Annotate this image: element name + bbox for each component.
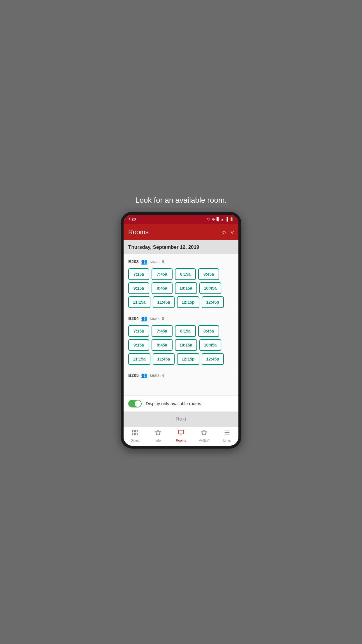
room-b203-slots: 7:15a 7:45a 8:15a 8:45a 9:15a 9:45a 10:1… [128,268,234,308]
room-b205-seats: seats: 4 [150,373,164,378]
slot-b203-745a[interactable]: 7:45a [152,268,173,280]
content-area: B203 👥 seats: 6 7:15a 7:45a 8:15a 8:45a … [124,254,238,396]
digest-icon [132,429,138,438]
svg-rect-5 [178,430,184,434]
shield-icon: 🛡 [207,217,210,221]
room-b205-name: B205 [128,373,139,378]
slot-b204-715a[interactable]: 7:15a [128,325,149,337]
top-bar: Rooms ⌕ ▿ [124,224,238,240]
svg-rect-1 [136,430,137,432]
phone-screen: 7:20 🛡 ⚙ ▊ ▲ ▐ 🔋 Rooms ⌕ ▿ Thur [124,215,238,446]
room-section-b204: B204 👥 seats: 6 7:15a 7:45a 8:15a 8:45a … [124,311,238,368]
slot-b204-1145a[interactable]: 11:45a [153,353,175,365]
slot-b204-1115a[interactable]: 11:15a [128,353,150,365]
slot-b204-1215p[interactable]: 12:15p [177,353,199,365]
search-button[interactable]: ⌕ [222,228,226,236]
slot-b204-845a[interactable]: 8:45a [198,325,219,337]
mystuff-icon [201,429,207,438]
date-header: Thursday, September 12, 2019 [124,240,238,254]
slot-b203-845a[interactable]: 8:45a [198,268,219,280]
toggle-bar: Display only available rooms [124,396,238,412]
svg-marker-4 [155,430,161,435]
nav-label-links: Links [223,439,231,442]
slot-b203-945a[interactable]: 9:45a [152,282,173,294]
battery2-icon: 🔋 [229,217,234,221]
room-b203-header: B203 👥 seats: 6 [128,258,234,265]
slot-b203-915a[interactable]: 9:15a [128,282,149,294]
outer-wrapper: Look for an available room. 7:20 🛡 ⚙ ▊ ▲… [121,196,241,449]
room-b205-header: B205 👥 seats: 4 [128,372,234,379]
svg-rect-2 [133,433,134,435]
slot-b203-815a[interactable]: 8:15a [175,268,196,280]
slot-b203-715a[interactable]: 7:15a [128,268,149,280]
battery-icon: ▊ [217,217,219,221]
slot-b204-1045a[interactable]: 10:45a [199,339,222,351]
links-icon [224,429,230,438]
slot-b204-1245p[interactable]: 12:45p [202,353,224,365]
bottom-nav: Digest Info [124,427,238,446]
nav-item-rooms[interactable]: Rooms [170,429,193,442]
nav-item-info[interactable]: Info [147,429,170,442]
svg-rect-3 [136,433,137,435]
tagline: Look for an available room. [132,196,230,205]
room-b203-name: B203 [128,259,139,264]
nav-label-mystuff: MyStuff [198,439,209,442]
rooms-icon [178,429,184,438]
phone-frame: 7:20 🛡 ⚙ ▊ ▲ ▐ 🔋 Rooms ⌕ ▿ Thur [121,212,241,449]
slot-b204-815a[interactable]: 8:15a [175,325,196,337]
slot-b203-1145a[interactable]: 11:45a [153,296,175,308]
room-b204-slots: 7:15a 7:45a 8:15a 8:45a 9:15a 9:45a 10:1… [128,325,234,365]
room-section-b205: B205 👥 seats: 4 7:15a 7:45a [124,368,238,396]
status-time: 7:20 [128,217,136,221]
signal-icon: ▐ [225,217,228,221]
seats-icon-b205: 👥 [141,372,147,379]
seats-icon-b204: 👥 [141,315,147,322]
slot-b204-1015a[interactable]: 10:15a [175,339,197,351]
status-icons: 🛡 ⚙ ▊ ▲ ▐ 🔋 [207,217,234,221]
seats-icon-b203: 👥 [141,258,147,265]
available-rooms-toggle[interactable] [128,400,142,407]
room-section-b203: B203 👥 seats: 6 7:15a 7:45a 8:15a 8:45a … [124,254,238,311]
svg-rect-0 [133,430,134,432]
svg-marker-8 [201,430,207,435]
slot-b204-745a[interactable]: 7:45a [152,325,173,337]
slot-b203-1215p[interactable]: 12:15p [177,296,199,308]
slot-b203-1115a[interactable]: 11:15a [128,296,150,308]
room-b204-seats: seats: 6 [150,316,164,321]
room-b204-header: B204 👥 seats: 6 [128,315,234,322]
next-button[interactable]: Next [124,412,238,427]
toggle-label: Display only available rooms [146,401,201,406]
page-title: Rooms [128,228,149,236]
room-b204-name: B204 [128,316,139,321]
status-bar: 7:20 🛡 ⚙ ▊ ▲ ▐ 🔋 [124,215,238,224]
gear-icon: ⚙ [212,217,215,221]
wifi-icon: ▲ [221,217,224,221]
nav-label-rooms: Rooms [176,439,186,442]
room-b203-seats: seats: 6 [150,259,164,264]
nav-item-links[interactable]: Links [215,429,238,442]
info-icon [155,429,161,438]
slot-b204-915a[interactable]: 9:15a [128,339,149,351]
filter-button[interactable]: ▿ [231,228,234,236]
room-b205-slots: 7:15a 7:45a [128,382,234,394]
top-bar-actions: ⌕ ▿ [222,228,234,236]
nav-label-info: Info [155,439,161,442]
slot-b203-1045a[interactable]: 10:45a [199,282,222,294]
nav-item-mystuff[interactable]: MyStuff [192,429,215,442]
slot-b203-1015a[interactable]: 10:15a [175,282,197,294]
nav-item-digest[interactable]: Digest [124,429,147,442]
nav-label-digest: Digest [131,439,140,442]
slot-b203-1245p[interactable]: 12:45p [202,296,224,308]
slot-b204-945a[interactable]: 9:45a [152,339,173,351]
